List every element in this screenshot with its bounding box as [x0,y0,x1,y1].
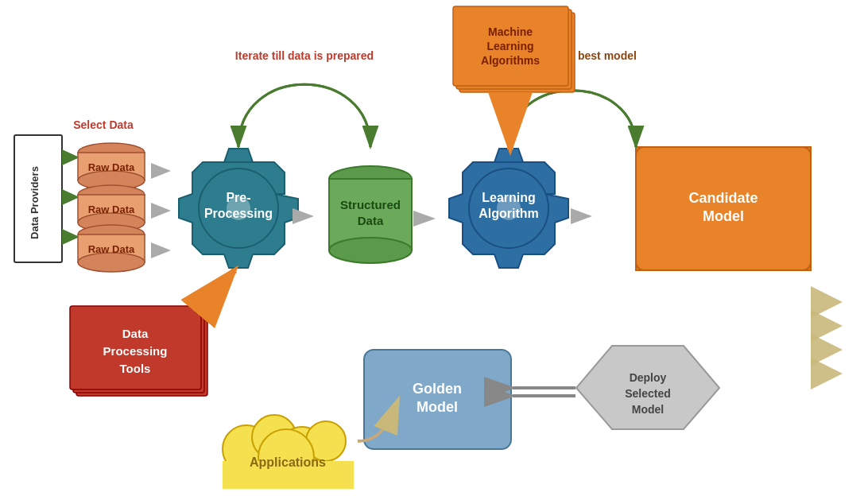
svg-marker-50 [811,358,843,389]
golden-model-label-1: Golden [413,381,462,397]
svg-marker-28 [413,211,436,227]
structured-data-label-2: Data [358,214,384,227]
applications-label: Applications [250,455,326,469]
raw-data-3-label: Raw Data [88,243,135,255]
svg-marker-32 [571,208,592,224]
svg-point-27 [329,238,412,263]
candidate-model-label-2: Model [703,208,744,224]
structured-data-label-1: Structured [340,198,401,211]
ml-algo-label-3: Algorithms [481,54,540,67]
pre-processing-label-2: Processing [204,207,273,220]
ml-algo-label-1: Machine [488,25,533,38]
raw-data-1-label: Raw Data [88,161,135,173]
data-providers-label: Data Providers [29,166,41,239]
deploy-model-label-1: Deploy [630,371,667,384]
data-proc-tools-label-1: Data [122,327,149,340]
ml-algo-label-2: Learning [486,40,533,52]
svg-marker-24 [293,208,314,224]
learning-algo-label-1: Learning [482,191,536,204]
deploy-model-label-2: Selected [625,387,671,400]
candidate-model-label-1: Candidate [688,190,758,206]
golden-model-label-2: Model [417,399,458,415]
svg-marker-7 [62,189,79,205]
data-proc-tools-label-3: Tools [120,362,151,375]
deploy-model-label-3: Model [632,403,664,416]
svg-point-17 [78,253,145,272]
svg-line-42 [201,270,234,310]
svg-marker-8 [62,229,79,245]
iterate-data-label: Iterate till data is prepared [235,49,374,62]
raw-data-2-label: Raw Data [88,203,135,215]
svg-marker-6 [62,149,79,165]
svg-marker-18 [151,163,171,179]
learning-algo-label-2: Algorithm [479,207,539,220]
data-proc-tools-label-2: Processing [103,344,168,358]
select-data-label: Select Data [73,118,134,131]
svg-marker-20 [151,242,171,258]
svg-marker-19 [151,203,171,219]
pre-processing-label-1: Pre- [226,191,250,204]
